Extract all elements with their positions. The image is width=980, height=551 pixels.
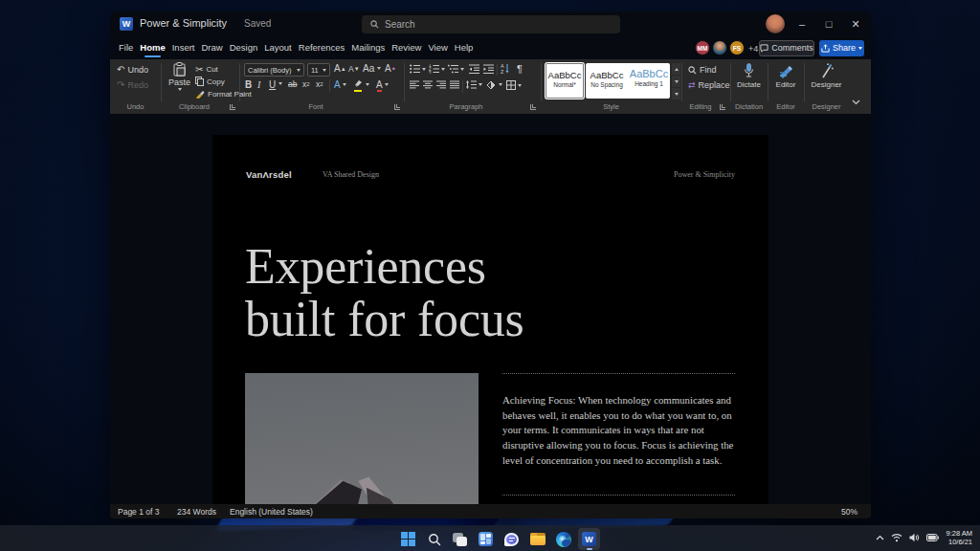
text-effects-button[interactable]: A: [334, 79, 346, 90]
tab-draw[interactable]: Draw: [198, 36, 226, 58]
align-center-button[interactable]: [423, 80, 433, 89]
maximize-button[interactable]: □: [815, 11, 842, 36]
ribbon-group-font: Calibri (Body) 11 A▲ A▼ Aa A✦ B I U ab x…: [239, 59, 404, 114]
file-explorer-button[interactable]: [526, 528, 548, 550]
collaborator-avatar-mm[interactable]: MM: [695, 40, 710, 55]
style-heading-1[interactable]: AaBbCc Heading 1: [628, 63, 670, 99]
styles-scroll-up[interactable]: [672, 63, 680, 75]
designer-button[interactable]: Designer: [804, 63, 849, 89]
clear-formatting-button[interactable]: A✦: [385, 63, 396, 74]
chat-button[interactable]: [501, 528, 523, 550]
underline-dropdown[interactable]: [278, 82, 282, 85]
comment-icon: [760, 44, 768, 53]
status-language[interactable]: English (United States): [230, 507, 313, 517]
paragraph-dialog-launcher[interactable]: [530, 104, 536, 110]
ribbon-tab-bar: FileHomeInsertDrawDesignLayoutReferences…: [110, 36, 871, 59]
shrink-font-button[interactable]: A▼: [348, 64, 360, 74]
copy-button[interactable]: Copy: [195, 77, 225, 86]
dictate-button[interactable]: Dictate: [730, 63, 768, 89]
style-normal[interactable]: AaBbCc Normal*: [546, 63, 584, 99]
taskbar-word-button[interactable]: W: [578, 528, 600, 550]
subscript-button[interactable]: x2: [302, 79, 310, 89]
superscript-button[interactable]: x2: [316, 79, 323, 89]
minimize-button[interactable]: –: [789, 11, 815, 36]
tab-design[interactable]: Design: [226, 36, 261, 58]
status-word-count[interactable]: 234 Words: [177, 507, 216, 517]
underline-button[interactable]: U: [269, 79, 276, 90]
cut-button[interactable]: ✂Cut: [195, 64, 218, 75]
decrease-indent-button[interactable]: [469, 64, 479, 74]
taskbar-search-button[interactable]: [423, 528, 445, 550]
editor-button[interactable]: Editor: [768, 63, 804, 89]
align-center-icon: [423, 80, 433, 89]
status-zoom-level[interactable]: 50%: [841, 507, 858, 517]
styles-more[interactable]: [672, 88, 680, 99]
styles-scroll-down[interactable]: [672, 76, 680, 87]
search-input[interactable]: Search: [362, 15, 620, 33]
style-no-spacing[interactable]: AaBbCc No Spacing: [586, 63, 628, 99]
show-formatting-button[interactable]: ¶: [517, 63, 523, 75]
font-dialog-launcher[interactable]: [394, 104, 400, 110]
justify-button[interactable]: [450, 80, 459, 89]
tab-review[interactable]: Review: [389, 36, 425, 58]
start-button[interactable]: [397, 528, 419, 550]
numbering-button[interactable]: 123: [429, 64, 445, 74]
close-button[interactable]: ✕: [842, 11, 869, 36]
line-spacing-button[interactable]: [466, 80, 482, 89]
strikethrough-button[interactable]: ab: [288, 79, 297, 89]
user-avatar[interactable]: [766, 14, 785, 33]
document-canvas[interactable]: VanΛrsdel VA Shared Design Power & Simpl…: [110, 114, 871, 504]
find-button[interactable]: Find: [688, 65, 717, 75]
document-heading: Experiences built for focus: [245, 240, 524, 345]
font-name-combo[interactable]: Calibri (Body): [244, 63, 304, 77]
share-button[interactable]: Share: [819, 40, 864, 56]
document-title: Power & Simplicity: [140, 17, 227, 29]
edge-button[interactable]: [552, 528, 574, 550]
grow-font-button[interactable]: A▲: [334, 63, 346, 74]
align-right-button[interactable]: [436, 80, 446, 89]
tab-help[interactable]: Help: [451, 36, 477, 58]
shading-button[interactable]: [486, 80, 502, 89]
status-page-number[interactable]: Page 1 of 3: [118, 507, 159, 517]
collaborator-avatar-fs[interactable]: FS: [729, 40, 745, 55]
document-page[interactable]: VanΛrsdel VA Shared Design Power & Simpl…: [212, 135, 768, 504]
collapse-ribbon-chevron-icon[interactable]: [852, 99, 860, 105]
document-photo[interactable]: [245, 373, 479, 504]
sort-button[interactable]: AZ: [501, 63, 510, 74]
font-size-combo[interactable]: 11: [307, 63, 330, 77]
widgets-button[interactable]: [475, 528, 497, 550]
change-case-button[interactable]: Aa: [363, 63, 381, 74]
undo-button[interactable]: ↶Undo: [117, 64, 148, 75]
comments-button[interactable]: Comments: [759, 40, 814, 56]
tray-clock[interactable]: 9:28 AM 10/6/21: [946, 529, 972, 546]
multilevel-list-button[interactable]: [448, 64, 464, 74]
tab-insert[interactable]: Insert: [168, 36, 198, 58]
collaborator-avatar-photo[interactable]: [712, 40, 727, 55]
borders-button[interactable]: [506, 80, 522, 90]
align-left-button[interactable]: [410, 80, 419, 89]
bullets-button[interactable]: [410, 64, 426, 74]
task-view-button[interactable]: [449, 528, 471, 550]
tab-home[interactable]: Home: [137, 36, 168, 58]
tab-file[interactable]: File: [110, 36, 137, 58]
tab-references[interactable]: References: [295, 36, 348, 58]
paste-button[interactable]: Paste: [168, 62, 190, 91]
italic-button[interactable]: I: [257, 79, 260, 90]
font-color-button[interactable]: A: [376, 79, 389, 90]
clipboard-dialog-launcher[interactable]: [230, 104, 235, 110]
highlight-button[interactable]: [353, 79, 369, 90]
battery-icon[interactable]: [926, 534, 939, 541]
tab-mailings[interactable]: Mailings: [348, 36, 389, 58]
wifi-icon[interactable]: [891, 533, 902, 542]
replace-button[interactable]: ⇄ Replace: [688, 80, 730, 90]
volume-icon[interactable]: [909, 533, 920, 542]
tab-layout[interactable]: Layout: [261, 36, 296, 58]
tab-view[interactable]: View: [425, 36, 451, 58]
bold-button[interactable]: B: [245, 79, 252, 90]
word-app-icon: W: [120, 17, 133, 31]
increase-indent-button[interactable]: [483, 64, 494, 74]
tray-chevron-icon[interactable]: [876, 535, 884, 540]
collaborator-overflow-count[interactable]: +4: [748, 44, 758, 54]
redo-button[interactable]: ↷Redo: [117, 79, 148, 90]
editing-dialog-launcher[interactable]: [720, 104, 725, 110]
